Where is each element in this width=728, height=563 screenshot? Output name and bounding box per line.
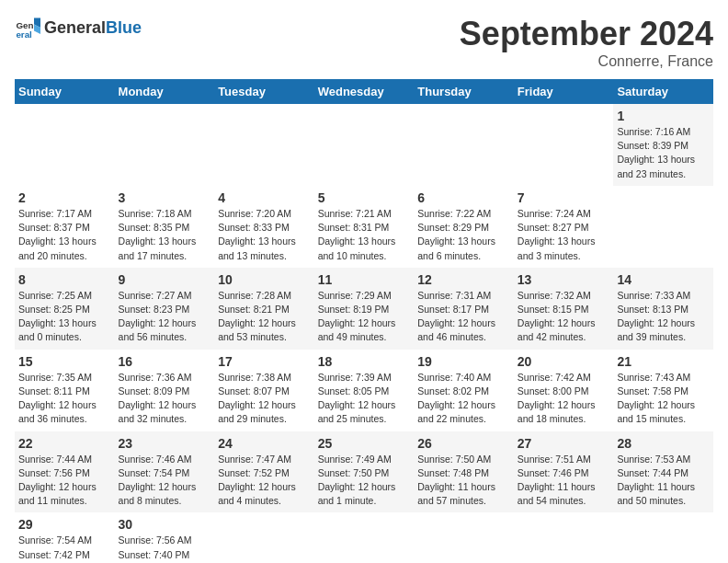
day-detail: Sunrise: 7:54 AMSunset: 7:42 PMDaylight:… bbox=[18, 534, 97, 563]
calendar-cell: 14 Sunrise: 7:33 AMSunset: 8:13 PMDaylig… bbox=[613, 268, 713, 350]
calendar-week-row: 2 Sunrise: 7:17 AMSunset: 8:37 PMDayligh… bbox=[15, 186, 713, 268]
calendar-cell bbox=[514, 104, 614, 186]
day-detail: Sunrise: 7:22 AMSunset: 8:29 PMDaylight:… bbox=[417, 208, 495, 261]
day-number: 17 bbox=[218, 354, 311, 369]
calendar-cell: 6 Sunrise: 7:22 AMSunset: 8:29 PMDayligh… bbox=[414, 186, 514, 268]
day-detail: Sunrise: 7:42 AMSunset: 8:00 PMDaylight:… bbox=[518, 372, 596, 425]
calendar-cell bbox=[613, 512, 713, 563]
calendar-cell: 28 Sunrise: 7:53 AMSunset: 7:44 PMDaylig… bbox=[613, 431, 713, 513]
day-number: 10 bbox=[218, 272, 311, 287]
day-number: 23 bbox=[119, 436, 211, 451]
logo-blue: Blue bbox=[106, 18, 142, 37]
day-detail: Sunrise: 7:29 AMSunset: 8:19 PMDaylight:… bbox=[318, 290, 396, 343]
day-detail: Sunrise: 7:21 AMSunset: 8:31 PMDaylight:… bbox=[318, 208, 396, 261]
calendar-cell: 10 Sunrise: 7:28 AMSunset: 8:21 PMDaylig… bbox=[214, 268, 314, 350]
day-detail: Sunrise: 7:33 AMSunset: 8:13 PMDaylight:… bbox=[617, 290, 695, 343]
calendar-cell: 16 Sunrise: 7:36 AMSunset: 8:09 PMDaylig… bbox=[115, 350, 215, 431]
day-number: 2 bbox=[18, 190, 111, 205]
day-detail: Sunrise: 7:36 AMSunset: 8:09 PMDaylight:… bbox=[119, 372, 197, 425]
calendar-cell: 22 Sunrise: 7:44 AMSunset: 7:56 PMDaylig… bbox=[15, 431, 115, 513]
day-detail: Sunrise: 7:16 AMSunset: 8:39 PMDaylight:… bbox=[617, 126, 695, 179]
calendar-week-row: 8 Sunrise: 7:25 AMSunset: 8:25 PMDayligh… bbox=[15, 268, 713, 350]
day-detail: Sunrise: 7:38 AMSunset: 8:07 PMDaylight:… bbox=[218, 372, 296, 425]
logo-icon: Gen eral bbox=[15, 15, 40, 40]
calendar-cell bbox=[414, 104, 514, 186]
day-number: 16 bbox=[119, 354, 211, 369]
calendar-cell: 26 Sunrise: 7:50 AMSunset: 7:48 PMDaylig… bbox=[414, 431, 514, 513]
day-number: 8 bbox=[18, 272, 111, 287]
day-number: 29 bbox=[18, 517, 111, 532]
day-number: 22 bbox=[18, 436, 111, 451]
calendar-cell: 4 Sunrise: 7:20 AMSunset: 8:33 PMDayligh… bbox=[214, 186, 314, 268]
logo: Gen eral GeneralBlue bbox=[15, 15, 142, 40]
day-detail: Sunrise: 7:46 AMSunset: 7:54 PMDaylight:… bbox=[119, 454, 197, 507]
day-detail: Sunrise: 7:39 AMSunset: 8:05 PMDaylight:… bbox=[318, 372, 396, 425]
calendar-cell: 27 Sunrise: 7:51 AMSunset: 7:46 PMDaylig… bbox=[514, 431, 614, 513]
day-number: 25 bbox=[318, 436, 411, 451]
day-detail: Sunrise: 7:56 AMSunset: 7:40 PMDaylight:… bbox=[119, 534, 197, 563]
day-number: 11 bbox=[318, 272, 411, 287]
day-detail: Sunrise: 7:40 AMSunset: 8:02 PMDaylight:… bbox=[417, 372, 495, 425]
calendar-cell: 13 Sunrise: 7:32 AMSunset: 8:15 PMDaylig… bbox=[514, 268, 614, 350]
calendar-cell bbox=[214, 104, 314, 186]
day-number: 28 bbox=[617, 436, 710, 451]
day-number: 4 bbox=[218, 190, 311, 205]
day-number: 6 bbox=[417, 190, 510, 205]
calendar-week-row: 15 Sunrise: 7:35 AMSunset: 8:11 PMDaylig… bbox=[15, 350, 713, 431]
day-detail: Sunrise: 7:44 AMSunset: 7:56 PMDaylight:… bbox=[18, 454, 97, 507]
calendar-table: SundayMondayTuesdayWednesdayThursdayFrid… bbox=[15, 79, 713, 563]
day-number: 20 bbox=[518, 354, 610, 369]
day-detail: Sunrise: 7:17 AMSunset: 8:37 PMDaylight:… bbox=[18, 208, 97, 261]
day-detail: Sunrise: 7:18 AMSunset: 8:35 PMDaylight:… bbox=[119, 208, 197, 261]
calendar-header: SundayMondayTuesdayWednesdayThursdayFrid… bbox=[15, 79, 713, 104]
day-detail: Sunrise: 7:32 AMSunset: 8:15 PMDaylight:… bbox=[518, 290, 596, 343]
day-detail: Sunrise: 7:31 AMSunset: 8:17 PMDaylight:… bbox=[417, 290, 495, 343]
day-number: 7 bbox=[518, 190, 610, 205]
day-detail: Sunrise: 7:25 AMSunset: 8:25 PMDaylight:… bbox=[18, 290, 97, 343]
calendar-cell: 20 Sunrise: 7:42 AMSunset: 8:00 PMDaylig… bbox=[514, 350, 614, 431]
day-detail: Sunrise: 7:27 AMSunset: 8:23 PMDaylight:… bbox=[119, 290, 197, 343]
day-number: 12 bbox=[417, 272, 510, 287]
day-number: 27 bbox=[518, 436, 610, 451]
calendar-cell bbox=[314, 512, 415, 563]
calendar-cell: 15 Sunrise: 7:35 AMSunset: 8:11 PMDaylig… bbox=[15, 350, 115, 431]
svg-text:eral: eral bbox=[16, 29, 32, 40]
calendar-cell bbox=[514, 512, 614, 563]
day-number: 9 bbox=[119, 272, 211, 287]
calendar-cell bbox=[115, 104, 215, 186]
calendar-cell: 12 Sunrise: 7:31 AMSunset: 8:17 PMDaylig… bbox=[414, 268, 514, 350]
weekday-header: Monday bbox=[115, 79, 215, 104]
day-number: 1 bbox=[617, 109, 710, 123]
calendar-cell: 19 Sunrise: 7:40 AMSunset: 8:02 PMDaylig… bbox=[414, 350, 514, 431]
calendar-cell bbox=[414, 512, 514, 563]
day-detail: Sunrise: 7:50 AMSunset: 7:48 PMDaylight:… bbox=[417, 454, 495, 507]
day-number: 26 bbox=[417, 436, 510, 451]
calendar-cell: 21 Sunrise: 7:43 AMSunset: 7:58 PMDaylig… bbox=[613, 350, 713, 431]
calendar-cell: 7 Sunrise: 7:24 AMSunset: 8:27 PMDayligh… bbox=[514, 186, 614, 268]
day-number: 30 bbox=[119, 517, 211, 532]
weekday-header: Tuesday bbox=[214, 79, 314, 104]
calendar-cell: 8 Sunrise: 7:25 AMSunset: 8:25 PMDayligh… bbox=[15, 268, 115, 350]
day-number: 24 bbox=[218, 436, 311, 451]
day-detail: Sunrise: 7:43 AMSunset: 7:58 PMDaylight:… bbox=[617, 372, 695, 425]
calendar-cell: 11 Sunrise: 7:29 AMSunset: 8:19 PMDaylig… bbox=[314, 268, 415, 350]
calendar-cell: 1 Sunrise: 7:16 AMSunset: 8:39 PMDayligh… bbox=[613, 104, 713, 186]
day-detail: Sunrise: 7:53 AMSunset: 7:44 PMDaylight:… bbox=[617, 454, 695, 507]
day-detail: Sunrise: 7:51 AMSunset: 7:46 PMDaylight:… bbox=[518, 454, 596, 507]
day-number: 19 bbox=[417, 354, 510, 369]
calendar-cell: 17 Sunrise: 7:38 AMSunset: 8:07 PMDaylig… bbox=[214, 350, 314, 431]
calendar-cell: 18 Sunrise: 7:39 AMSunset: 8:05 PMDaylig… bbox=[314, 350, 415, 431]
weekday-header: Thursday bbox=[414, 79, 514, 104]
calendar-cell bbox=[214, 512, 314, 563]
calendar-body: 1 Sunrise: 7:16 AMSunset: 8:39 PMDayligh… bbox=[15, 104, 713, 563]
day-number: 5 bbox=[318, 190, 411, 205]
calendar-cell: 5 Sunrise: 7:21 AMSunset: 8:31 PMDayligh… bbox=[314, 186, 415, 268]
calendar-week-row: 22 Sunrise: 7:44 AMSunset: 7:56 PMDaylig… bbox=[15, 431, 713, 513]
day-detail: Sunrise: 7:24 AMSunset: 8:27 PMDaylight:… bbox=[518, 208, 596, 261]
calendar-cell: 29 Sunrise: 7:54 AMSunset: 7:42 PMDaylig… bbox=[15, 512, 115, 563]
logo-general: General bbox=[44, 18, 106, 37]
weekday-header: Friday bbox=[514, 79, 614, 104]
calendar-cell bbox=[15, 104, 115, 186]
calendar-cell: 23 Sunrise: 7:46 AMSunset: 7:54 PMDaylig… bbox=[115, 431, 215, 513]
calendar-week-row: 1 Sunrise: 7:16 AMSunset: 8:39 PMDayligh… bbox=[15, 104, 713, 186]
